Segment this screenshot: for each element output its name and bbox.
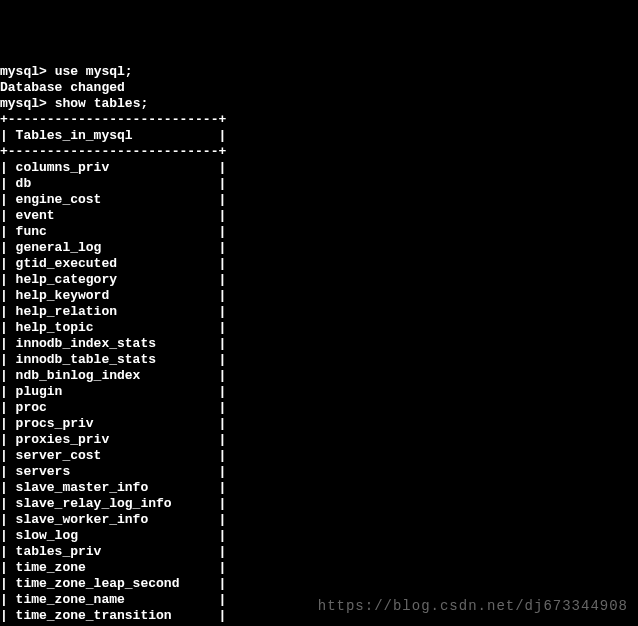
table-row: | gtid_executed |	[0, 256, 226, 271]
table-row: | help_keyword |	[0, 288, 226, 303]
table-row: | general_log |	[0, 240, 226, 255]
table-row: | help_category |	[0, 272, 226, 287]
mysql-prompt: mysql>	[0, 96, 47, 111]
command-show-tables: show tables;	[55, 96, 149, 111]
table-row: | help_relation |	[0, 304, 226, 319]
table-row: | columns_priv |	[0, 160, 226, 175]
table-row: | event |	[0, 208, 226, 223]
terminal-output: mysql> use mysql; Database changed mysql…	[0, 64, 638, 626]
table-header: Tables_in_mysql	[16, 128, 133, 143]
table-row: | time_zone_transition |	[0, 608, 226, 623]
table-row: | ndb_binlog_index |	[0, 368, 226, 383]
watermark: https://blog.csdn.net/dj673344908	[318, 598, 628, 614]
table-row: | slave_relay_log_info |	[0, 496, 226, 511]
table-row: | db |	[0, 176, 226, 191]
prompt-line-1: mysql> use mysql;	[0, 64, 133, 79]
table-row: | slow_log |	[0, 528, 226, 543]
command-use: use mysql;	[55, 64, 133, 79]
table-row: | slave_worker_info |	[0, 512, 226, 527]
table-row: | innodb_index_stats |	[0, 336, 226, 351]
table-row: | engine_cost |	[0, 192, 226, 207]
prompt-line-2: mysql> show tables;	[0, 96, 148, 111]
table-header-row: | Tables_in_mysql |	[0, 128, 226, 143]
table-row: | slave_master_info |	[0, 480, 226, 495]
table-row: | procs_priv |	[0, 416, 226, 431]
table-row: | time_zone_leap_second |	[0, 576, 226, 591]
table-row: | plugin |	[0, 384, 226, 399]
table-row: | proxies_priv |	[0, 432, 226, 447]
response-db-changed: Database changed	[0, 80, 125, 95]
table-body: | columns_priv | | db | | engine_cost | …	[0, 160, 638, 626]
table-row: | tables_priv |	[0, 544, 226, 559]
table-row: | proc |	[0, 400, 226, 415]
table-border-top: +---------------------------+	[0, 112, 226, 127]
table-row: | servers |	[0, 464, 226, 479]
table-border-mid: +---------------------------+	[0, 144, 226, 159]
mysql-prompt: mysql>	[0, 64, 47, 79]
table-row: | func |	[0, 224, 226, 239]
table-row: | time_zone_name |	[0, 592, 226, 607]
table-row: | server_cost |	[0, 448, 226, 463]
table-row: | help_topic |	[0, 320, 226, 335]
table-row: | time_zone |	[0, 560, 226, 575]
table-row: | innodb_table_stats |	[0, 352, 226, 367]
